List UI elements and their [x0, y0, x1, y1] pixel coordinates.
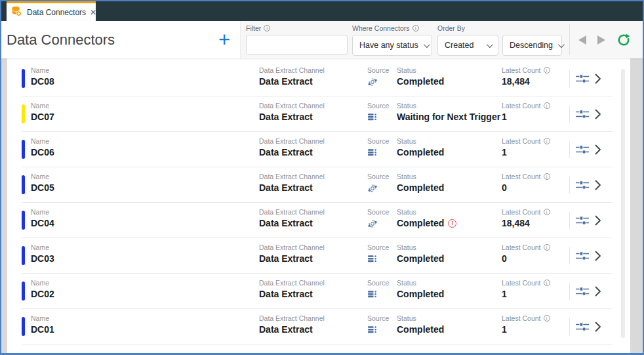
connector-row[interactable]: Name DC07 Data Extract Channel Data Extr…: [7, 96, 630, 132]
database-source-icon: [367, 148, 377, 157]
row-open-button[interactable]: [595, 144, 601, 156]
row-settings-button[interactable]: [575, 286, 590, 297]
row-settings-button[interactable]: [575, 215, 590, 226]
connector-name: DC04: [31, 218, 54, 228]
connector-list-card: Name DC08 Data Extract Channel Data Extr…: [7, 58, 630, 353]
filter-info-icon[interactable]: i: [264, 25, 270, 31]
connector-row[interactable]: Name DC05 Data Extract Channel Data Extr…: [7, 167, 630, 203]
row-settings-button[interactable]: [575, 109, 590, 120]
source-column-label: Source: [367, 279, 389, 287]
name-column-label: Name: [31, 102, 54, 110]
order-by-direction-select[interactable]: Descending: [502, 35, 562, 56]
channel-cell: Data Extract Channel Data Extract: [259, 137, 325, 157]
filter-input[interactable]: [246, 35, 348, 55]
sliders-icon: [575, 215, 590, 226]
row-divider: [569, 283, 570, 300]
chevron-right-icon: [595, 144, 601, 156]
content-area: Name DC08 Data Extract Channel Data Extr…: [1, 58, 643, 353]
tab-close-icon[interactable]: ✕: [90, 8, 96, 17]
source-column-label: Source: [367, 102, 389, 110]
connector-name: DC05: [31, 182, 54, 193]
row-open-button[interactable]: [595, 251, 601, 262]
channel-column-label: Data Extract Channel: [259, 66, 325, 74]
row-open-button[interactable]: [595, 109, 601, 120]
chevron-right-icon: [595, 109, 601, 120]
row-settings-button[interactable]: [575, 144, 590, 156]
sliders-icon: [575, 73, 590, 85]
latest-count-cell: Latest Count i 1: [502, 137, 550, 157]
status-value: Completed: [397, 218, 444, 228]
row-open-button[interactable]: [595, 73, 601, 85]
database-source-icon: [367, 112, 377, 122]
channel-cell: Data Extract Channel Data Extract: [259, 173, 325, 193]
row-open-button[interactable]: [595, 286, 601, 297]
name-cell: Name DC03: [31, 243, 54, 264]
connector-name: DC03: [31, 253, 54, 264]
add-connector-button[interactable]: +: [212, 28, 236, 52]
latest-count-value: 1: [502, 112, 550, 122]
status-value: Completed: [397, 324, 444, 335]
refresh-icon: [616, 33, 631, 47]
latest-count-info-icon[interactable]: i: [544, 67, 550, 73]
status-value: Completed: [397, 182, 444, 193]
row-divider: [569, 70, 570, 87]
chevron-right-icon: [595, 251, 601, 262]
connector-row[interactable]: Name DC01 Data Extract Channel Data Extr…: [7, 309, 630, 345]
connector-row[interactable]: Name DC08 Data Extract Channel Data Extr…: [7, 61, 630, 96]
connector-name: DC06: [31, 147, 54, 157]
connector-row[interactable]: Name DC04 Data Extract Channel Data Extr…: [7, 203, 630, 238]
next-page-icon[interactable]: [597, 35, 605, 45]
database-source-icon: [367, 325, 377, 335]
scrollbar-thumb[interactable]: [621, 69, 625, 338]
previous-page-icon[interactable]: [578, 35, 586, 45]
row-open-button[interactable]: [595, 215, 601, 226]
connector-row[interactable]: Name DC02 Data Extract Channel Data Extr…: [7, 274, 630, 309]
row-settings-button[interactable]: [575, 73, 590, 85]
latest-count-column-label: Latest Count: [502, 137, 541, 145]
row-settings-button[interactable]: [575, 180, 590, 191]
latest-count-value: 18,484: [502, 218, 550, 228]
sliders-icon: [575, 109, 590, 120]
connector-row[interactable]: Name DC03 Data Extract Channel Data Extr…: [7, 238, 630, 274]
latest-count-info-icon[interactable]: i: [544, 138, 550, 144]
process-source-icon: [367, 219, 378, 229]
latest-count-info-icon[interactable]: i: [544, 173, 550, 180]
chevron-right-icon: [595, 180, 601, 191]
row-divider: [569, 247, 570, 264]
status-cell: Status Completed !: [397, 208, 456, 228]
tab-data-connectors[interactable]: Data Connectors ✕: [7, 1, 96, 21]
row-divider: [569, 106, 570, 123]
tab-bar: Data Connectors ✕: [1, 1, 643, 21]
latest-count-info-icon[interactable]: i: [544, 209, 550, 215]
order-by-label: Order By: [437, 24, 562, 32]
connector-name: DC07: [31, 112, 54, 122]
status-color-bar: [22, 246, 25, 265]
channel-value: Data Extract: [259, 76, 325, 87]
filter-label: Filter i: [246, 24, 348, 32]
pagination-nav: [578, 21, 631, 58]
order-by-field-select[interactable]: Created: [437, 35, 498, 56]
chevron-right-icon: [595, 73, 601, 85]
where-connectors-select[interactable]: Have any status: [352, 35, 432, 56]
row-settings-button[interactable]: [575, 322, 590, 333]
vertical-scrollbar[interactable]: [621, 69, 625, 346]
sliders-icon: [575, 251, 590, 262]
row-open-button[interactable]: [595, 180, 601, 191]
connector-row[interactable]: Name DC06 Data Extract Channel Data Extr…: [7, 132, 630, 167]
page-title: Data Connectors: [7, 31, 115, 49]
latest-count-info-icon[interactable]: i: [544, 280, 550, 286]
channel-value: Data Extract: [259, 182, 325, 193]
latest-count-info-icon[interactable]: i: [544, 315, 550, 322]
status-value: Waiting for Next Trigger: [397, 112, 500, 122]
refresh-button[interactable]: [616, 33, 631, 47]
row-settings-button[interactable]: [575, 251, 590, 262]
latest-count-info-icon[interactable]: i: [544, 244, 550, 251]
latest-count-info-icon[interactable]: i: [544, 102, 550, 109]
channel-cell: Data Extract Channel Data Extract: [259, 208, 325, 228]
where-connectors-info-icon[interactable]: i: [413, 25, 419, 31]
database-source-icon: [367, 254, 377, 264]
row-open-button[interactable]: [595, 322, 601, 333]
status-cell: Status Completed: [397, 137, 444, 157]
status-column-label: Status: [397, 243, 444, 251]
status-color-bar: [22, 69, 25, 88]
